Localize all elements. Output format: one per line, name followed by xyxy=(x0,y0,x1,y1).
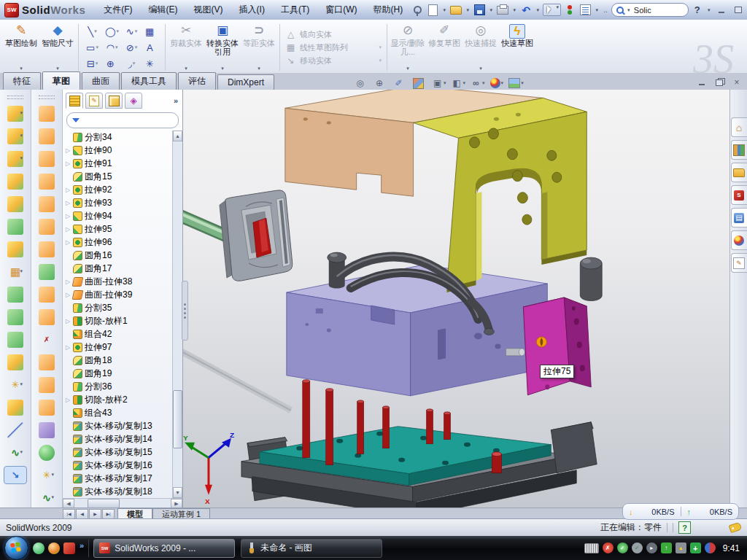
child-minimize-button[interactable] xyxy=(696,77,708,88)
ellipse-icon[interactable]: ⊘▾ xyxy=(122,39,142,55)
part-yoke-bracket[interactable] xyxy=(414,98,587,292)
menu-item[interactable]: 视图(V) xyxy=(186,1,231,19)
revolved-surface-icon[interactable] xyxy=(39,128,55,144)
task-pane-tab[interactable] xyxy=(731,230,747,250)
taskbar-task-button[interactable]: 未命名 - 画图 xyxy=(241,539,382,558)
rotate-view-icon[interactable]: ▾ xyxy=(393,78,408,89)
expand-icon[interactable]: ▷ xyxy=(65,200,71,206)
tree-item[interactable]: ▷ 曲面-拉伸39 xyxy=(63,288,172,301)
smart-dimension-button[interactable]: ◆ 智能尺寸▾ xyxy=(39,21,76,74)
network-signal-icon[interactable] xyxy=(661,542,672,553)
messenger-icon[interactable] xyxy=(33,542,44,554)
select-dropdown-icon[interactable]: ▾ xyxy=(554,4,560,15)
tree-item[interactable]: ▷ 圆角16 xyxy=(63,249,172,262)
line-icon[interactable]: ╲▾ xyxy=(82,23,102,39)
task-pane-tab[interactable] xyxy=(731,163,747,182)
tree-item[interactable]: ▷ 圆角18 xyxy=(63,354,172,367)
launcher-icon[interactable] xyxy=(48,542,60,554)
tree-item[interactable]: ▷ 实体-移动/复制13 xyxy=(63,419,172,432)
axis-icon[interactable] xyxy=(7,422,23,438)
part-core-block[interactable] xyxy=(287,265,548,396)
new-document-icon[interactable] xyxy=(426,4,439,16)
tree-item[interactable]: ▷ 拉伸97 xyxy=(63,341,172,354)
expand-icon[interactable]: ▷ xyxy=(65,147,71,154)
propertymanager-tab[interactable]: ✎ xyxy=(85,93,103,109)
edit-appearance-icon[interactable]: ▾ xyxy=(490,78,504,88)
tree-item[interactable]: ▷ 实体-移动/复制15 xyxy=(63,446,172,459)
text-icon[interactable]: A▾ xyxy=(142,39,161,55)
mirror-entities-icon[interactable]: △ 镜向实体 ▾ xyxy=(285,29,382,40)
featuremanager-tab[interactable] xyxy=(66,93,83,109)
tree-item[interactable]: ▷ 切除-放样2 xyxy=(63,393,172,406)
document-tab[interactable]: 运动算例 1 xyxy=(152,508,210,519)
menu-item[interactable]: 插入(I) xyxy=(231,1,273,19)
3d-canvas[interactable]: X Y Z xyxy=(183,90,729,508)
task-pane-tab[interactable] xyxy=(731,140,747,160)
save-dropdown-icon[interactable]: ▾ xyxy=(488,7,494,13)
tree-item[interactable]: ▷ 拉伸90 xyxy=(63,144,172,157)
tree-filter-input[interactable] xyxy=(66,112,179,128)
chamfer-icon[interactable] xyxy=(7,219,23,235)
tree-item[interactable]: ▷ 分割34 xyxy=(63,131,172,144)
tree-horizontal-scrollbar[interactable]: ◀ ▶ xyxy=(63,498,182,508)
move-copy-bodies-icon[interactable] xyxy=(7,354,23,370)
convert-entities-button[interactable]: ▣ 转换实体引用▾ xyxy=(204,21,241,74)
open-icon[interactable] xyxy=(449,4,462,16)
arc-icon[interactable]: ◠▾ xyxy=(102,39,122,55)
hole-wizard-icon[interactable] xyxy=(7,241,23,257)
sketch-button[interactable]: ✎ 草图绘制▾ xyxy=(3,21,39,74)
display-style-icon[interactable]: ▾ xyxy=(452,78,466,89)
command-tab[interactable]: 特征 xyxy=(3,72,41,90)
scrollbar-thumb[interactable] xyxy=(173,390,182,448)
trim-surface-icon[interactable] xyxy=(39,422,55,438)
task-pane-tab[interactable] xyxy=(731,185,747,205)
menu-item[interactable]: 文件(F) xyxy=(96,1,140,19)
start-button[interactable] xyxy=(4,536,28,560)
expand-icon[interactable]: ▷ xyxy=(65,160,71,167)
point-icon[interactable]: ✳▾ xyxy=(142,55,161,71)
open-dropdown-icon[interactable]: ▾ xyxy=(465,7,471,13)
rectangle-icon[interactable]: ▭▾ xyxy=(82,39,102,55)
tree-item[interactable]: ▷ 圆角17 xyxy=(63,262,172,275)
graphics-area[interactable]: X Y Z 拉伸75 xyxy=(183,90,729,508)
tree-vertical-scrollbar[interactable]: ▲ ▼ xyxy=(172,131,182,498)
dimxpertmanager-tab[interactable]: ◈ xyxy=(125,93,142,109)
tree-item[interactable]: ▷ 拉伸91 xyxy=(63,157,172,170)
tree-item[interactable]: ▷ 分割36 xyxy=(63,380,172,393)
options-dropdown-icon[interactable]: ▾ xyxy=(594,7,600,13)
view-orientation-icon[interactable]: ▾ xyxy=(432,78,446,89)
tree-item[interactable]: ▷ 曲面-拉伸38 xyxy=(63,275,172,288)
zoom-fit-icon[interactable]: ▾ xyxy=(355,78,369,89)
search-dropdown-icon[interactable]: ▾ xyxy=(626,7,632,13)
dome-icon[interactable] xyxy=(39,445,55,461)
expand-icon[interactable]: ▷ xyxy=(65,344,71,351)
child-close-button[interactable]: × xyxy=(731,77,743,88)
quick-snaps-button[interactable]: ◎ 快速捕捉▾ xyxy=(462,21,499,74)
restore-button[interactable] xyxy=(731,4,746,15)
expand-icon[interactable]: ▷ xyxy=(65,318,71,324)
expand-icon[interactable]: ▷ xyxy=(65,226,71,233)
menu-item[interactable]: 工具(T) xyxy=(273,1,317,19)
scroll-down-icon[interactable]: ▼ xyxy=(173,487,182,498)
circle-icon[interactable]: ◯▾ xyxy=(102,23,122,39)
child-restore-button[interactable] xyxy=(713,77,725,88)
toolbar-grip[interactable] xyxy=(7,96,23,99)
shield-ok-icon[interactable] xyxy=(617,542,628,553)
expand-icon[interactable]: ▷ xyxy=(65,279,71,285)
combine-icon[interactable] xyxy=(7,287,23,303)
sync-orb-icon[interactable] xyxy=(705,542,716,553)
configurationmanager-tab[interactable] xyxy=(105,93,123,109)
tree-item[interactable]: ▷ 拉伸96 xyxy=(63,236,172,249)
command-tab[interactable]: DimXpert xyxy=(217,74,274,90)
slot-icon[interactable]: ⊟▾ xyxy=(82,55,102,71)
help-dropdown-icon[interactable]: ▾ xyxy=(706,7,712,13)
loft-icon[interactable] xyxy=(7,174,23,190)
plane-icon[interactable] xyxy=(7,400,23,416)
health-monitor-icon[interactable] xyxy=(690,542,701,553)
section-view-icon[interactable]: ▾ xyxy=(413,78,427,89)
input-method-icon[interactable] xyxy=(584,543,599,553)
instant3d-icon[interactable] xyxy=(4,466,27,484)
repair-sketch-button[interactable]: ✐ 修复草图 xyxy=(426,21,462,74)
pin-toolbar-icon[interactable] xyxy=(411,4,424,16)
offset-entities-button[interactable]: ⊃ 等距实体▾ xyxy=(241,21,277,74)
